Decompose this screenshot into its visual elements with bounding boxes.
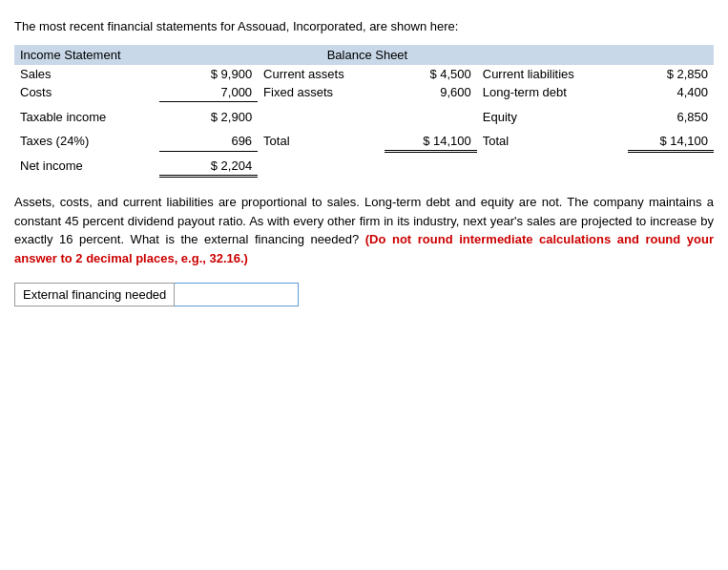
table-row: Taxable income$ 2,900Equity6,850 xyxy=(14,108,714,126)
income-value: $ 2,204 xyxy=(159,157,258,177)
asset-label: Fixed assets xyxy=(258,83,385,102)
income-label: Costs xyxy=(14,83,159,102)
asset-label xyxy=(258,108,385,126)
asset-value: $ 14,100 xyxy=(385,132,477,152)
liability-value: 6,850 xyxy=(628,108,714,126)
table-row: Net income$ 2,204 xyxy=(14,157,714,177)
asset-value xyxy=(385,157,477,177)
income-value: 7,000 xyxy=(159,83,258,102)
income-label: Sales xyxy=(14,65,159,83)
input-label: External financing needed xyxy=(14,283,175,306)
table-row: Sales$ 9,900Current assets$ 4,500Current… xyxy=(14,65,714,83)
asset-value xyxy=(385,108,477,126)
liability-label: Long-term debt xyxy=(477,83,629,102)
income-value: 696 xyxy=(159,132,258,152)
liability-label: Equity xyxy=(477,108,629,126)
input-section: External financing needed xyxy=(14,283,714,306)
intro-text: The most recent financial statements for… xyxy=(14,19,714,33)
asset-value: $ 4,500 xyxy=(385,65,477,83)
income-value: $ 2,900 xyxy=(159,108,258,126)
external-financing-input[interactable] xyxy=(175,283,299,306)
liability-label: Total xyxy=(477,132,629,152)
asset-label xyxy=(258,157,385,177)
asset-label: Current assets xyxy=(258,65,385,83)
liability-value: $ 2,850 xyxy=(628,65,714,83)
liability-value xyxy=(628,157,714,177)
financial-table: Income Statement Balance Sheet Sales$ 9,… xyxy=(14,45,714,178)
liability-value: 4,400 xyxy=(628,83,714,102)
income-statement-header: Income Statement xyxy=(14,45,258,65)
income-value: $ 9,900 xyxy=(159,65,258,83)
table-row: Taxes (24%)696Total$ 14,100Total$ 14,100 xyxy=(14,132,714,152)
asset-label: Total xyxy=(258,132,385,152)
table-header-row: Income Statement Balance Sheet xyxy=(14,45,714,65)
asset-value: 9,600 xyxy=(385,83,477,102)
income-label: Net income xyxy=(14,157,159,177)
description-text: Assets, costs, and current liabilities a… xyxy=(14,193,714,267)
liability-label: Current liabilities xyxy=(477,65,629,83)
table-row: Costs7,000Fixed assets9,600Long-term deb… xyxy=(14,83,714,102)
liability-label xyxy=(477,157,629,177)
balance-sheet-header: Balance Sheet xyxy=(258,45,477,65)
income-label: Taxes (24%) xyxy=(14,132,159,152)
liability-value: $ 14,100 xyxy=(628,132,714,152)
income-label: Taxable income xyxy=(14,108,159,126)
